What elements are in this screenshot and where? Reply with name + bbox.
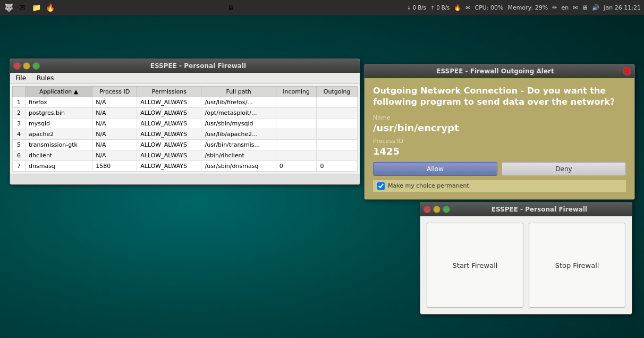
table-row[interactable]: 2 postgres.bin N/A ALLOW_ALWAYS /opt/met…: [13, 108, 358, 119]
firewall-main-min-btn[interactable]: [23, 62, 30, 70]
row-perm: ALLOW_ALWAYS: [137, 129, 201, 140]
alert-content: Outgoing Network Connection - Do you wan…: [365, 78, 634, 199]
row-pid: N/A: [92, 150, 137, 161]
firewall-table: Application ▲ Process ID Permissions Ful…: [12, 86, 358, 172]
row-pid: N/A: [92, 108, 137, 119]
row-app: transmission-gtk: [26, 140, 92, 150]
alert-titlebar: ESSPEE - Firewall Outgoing Alert: [365, 64, 634, 78]
taskbar-icon-fox[interactable]: 🐺: [3, 2, 14, 13]
row-outgoing: [317, 97, 358, 108]
table-row[interactable]: 1 firefox N/A ALLOW_ALWAYS /usr/lib/fire…: [13, 97, 358, 108]
firewall-table-container: Application ▲ Process ID Permissions Ful…: [10, 84, 360, 174]
row-path: /usr/bin/transmis...: [201, 140, 276, 150]
fb-close-btn[interactable]: [423, 206, 431, 213]
taskbar-icon-fire[interactable]: 🔥: [45, 2, 55, 13]
row-path: /opt/metasploit/...: [201, 108, 276, 119]
taskbar-network-down: ↓ 0 B/s: [406, 5, 426, 11]
row-incoming: [276, 150, 317, 161]
firewall-btns-content: Start Firewall Stop Firewall: [420, 216, 632, 314]
firewall-main-max-btn[interactable]: [32, 62, 40, 70]
taskbar-icon-monitor: 🖥: [582, 4, 588, 11]
row-path: /usr/lib/firefox/...: [201, 97, 276, 108]
firewall-main-titlebar: ESSPEE - Personal Firewall: [10, 59, 360, 73]
allow-button[interactable]: Allow: [373, 162, 497, 176]
row-outgoing: [317, 140, 358, 150]
row-path: /usr/lib/apache2...: [201, 129, 276, 140]
permanent-checkbox[interactable]: [377, 182, 385, 190]
taskbar-center-icon[interactable]: 🖥: [226, 2, 236, 13]
taskbar-icon-mail[interactable]: ✉: [17, 2, 28, 13]
row-perm: ALLOW_ALWAYS: [137, 150, 201, 161]
firewall-buttons-titlebar: ESSPEE - Personal Firewall: [420, 202, 632, 216]
row-incoming: [276, 140, 317, 150]
taskbar-right: ↓ 0 B/s ↑ 0 B/s 🔥 ✉ CPU: 00% Memory: 29%…: [406, 4, 641, 11]
alert-pid-value: 1425: [373, 146, 626, 157]
alert-pid-label: Process ID: [373, 138, 626, 145]
table-row[interactable]: 6 dhclient N/A ALLOW_ALWAYS /sbin/dhclie…: [13, 150, 358, 161]
row-perm: ALLOW_ALWAYS: [137, 108, 201, 119]
col-permissions[interactable]: Permissions: [137, 87, 201, 97]
menu-file[interactable]: File: [14, 74, 27, 82]
col-application[interactable]: Application ▲: [26, 87, 92, 97]
row-outgoing: [317, 150, 358, 161]
firewall-buttons-window: ESSPEE - Personal Firewall Start Firewal…: [420, 202, 632, 315]
row-incoming: [276, 108, 317, 119]
row-app: postgres.bin: [26, 108, 92, 119]
alert-name-value: /usr/bin/encrypt: [373, 122, 626, 133]
taskbar-lang: en: [561, 4, 569, 11]
row-num: 1: [13, 97, 26, 108]
row-pid: N/A: [92, 140, 137, 150]
taskbar-left: 🐺 ✉ 📁 🔥: [3, 2, 55, 13]
firewall-buttons-controls: [423, 206, 450, 213]
stop-firewall-button[interactable]: Stop Firewall: [529, 223, 625, 308]
row-pid: N/A: [92, 129, 137, 140]
taskbar-icon-mail2: ✉: [465, 4, 470, 11]
col-num: [13, 87, 26, 97]
table-row[interactable]: 3 mysqld N/A ALLOW_ALWAYS /usr/sbin/mysq…: [13, 119, 358, 129]
alert-permanent-row: Make my choice permanent: [373, 180, 626, 192]
fb-max-btn[interactable]: [443, 206, 450, 213]
col-incoming[interactable]: Incoming: [276, 87, 317, 97]
firewall-main-footer: [10, 174, 360, 184]
row-num: 3: [13, 119, 26, 129]
row-app: firefox: [26, 97, 92, 108]
row-perm: ALLOW_ALWAYS: [137, 140, 201, 150]
row-app: dnsmasq: [26, 161, 92, 172]
taskbar-memory: Memory: 29%: [508, 4, 548, 11]
row-incoming: [276, 97, 317, 108]
table-row[interactable]: 5 transmission-gtk N/A ALLOW_ALWAYS /usr…: [13, 140, 358, 150]
taskbar-icon-flag: 🔥: [454, 4, 461, 11]
row-incoming: [276, 129, 317, 140]
firewall-buttons-title: ESSPEE - Personal Firewall: [450, 206, 629, 213]
row-incoming: 0: [276, 161, 317, 172]
alert-controls: [623, 67, 631, 75]
col-outgoing[interactable]: Outgoing: [317, 87, 358, 97]
col-fullpath[interactable]: Full path: [201, 87, 276, 97]
row-num: 2: [13, 108, 26, 119]
taskbar-icon-folder[interactable]: 📁: [31, 2, 41, 13]
alert-question: Outgoing Network Connection - Do you wan…: [373, 86, 626, 108]
table-row[interactable]: 4 apache2 N/A ALLOW_ALWAYS /usr/lib/apac…: [13, 129, 358, 140]
alert-window: ESSPEE - Firewall Outgoing Alert Outgoin…: [364, 64, 635, 200]
row-num: 7: [13, 161, 26, 172]
row-path: /usr/sbin/mysqld: [201, 119, 276, 129]
alert-name-label: Name: [373, 114, 626, 121]
row-pid: 1580: [92, 161, 137, 172]
start-firewall-button[interactable]: Start Firewall: [427, 223, 523, 308]
firewall-main-menubar: File Rules: [10, 73, 360, 84]
menu-rules[interactable]: Rules: [36, 74, 55, 82]
row-pid: N/A: [92, 97, 137, 108]
alert-buttons: Allow Deny: [373, 162, 626, 176]
deny-button[interactable]: Deny: [502, 162, 626, 176]
row-outgoing: [317, 108, 358, 119]
row-outgoing: [317, 129, 358, 140]
taskbar: 🐺 ✉ 📁 🔥 🖥 ↓ 0 B/s ↑ 0 B/s 🔥 ✉ CPU: 00% M…: [0, 0, 644, 15]
row-outgoing: 0: [317, 161, 358, 172]
col-pid[interactable]: Process ID: [92, 87, 137, 97]
row-app: dhclient: [26, 150, 92, 161]
fb-min-btn[interactable]: [433, 206, 440, 213]
row-app: mysqld: [26, 119, 92, 129]
table-row[interactable]: 7 dnsmasq 1580 ALLOW_ALWAYS /usr/sbin/dn…: [13, 161, 358, 172]
firewall-main-close-btn[interactable]: [13, 62, 21, 70]
alert-close-btn[interactable]: [623, 67, 631, 75]
